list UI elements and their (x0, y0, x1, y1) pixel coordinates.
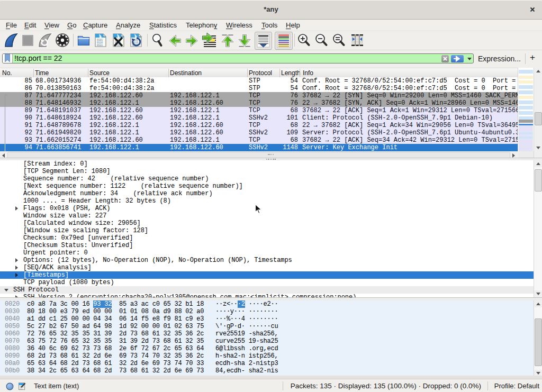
svg-text:0111: 0111 (97, 44, 103, 47)
